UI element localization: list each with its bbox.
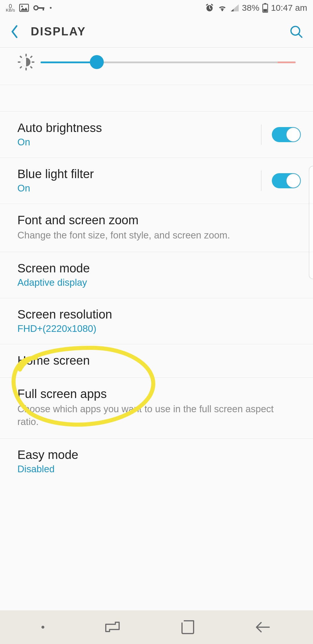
svg-rect-4 — [43, 7, 44, 10]
recents-button[interactable] — [104, 621, 121, 634]
navigation-bar — [0, 610, 313, 644]
settings-content: Auto brightness On Blue light filter On … — [0, 48, 313, 484]
toggle-divider — [261, 171, 261, 191]
alarm-icon — [205, 3, 214, 12]
vpn-key-icon — [33, 4, 46, 11]
row-full-screen-apps[interactable]: Full screen apps Choose which apps you w… — [0, 378, 313, 439]
nav-dot — [41, 626, 44, 629]
svg-line-16 — [30, 66, 32, 68]
svg-point-1 — [21, 6, 23, 7]
row-title: Screen mode — [17, 261, 296, 275]
row-font-zoom[interactable]: Font and screen zoom Change the font siz… — [0, 204, 313, 252]
row-subtitle: Adaptive display — [17, 277, 296, 288]
row-screen-resolution[interactable]: Screen resolution FHD+(644x313) — [0, 298, 313, 344]
blue-light-toggle[interactable] — [272, 173, 301, 188]
svg-line-17 — [20, 66, 22, 68]
row-title: Font and screen zoom — [17, 213, 296, 227]
brightness-slider[interactable] — [41, 59, 296, 65]
row-subtitle: On — [17, 183, 296, 194]
brightness-row — [0, 48, 313, 85]
row-title: Home screen — [17, 354, 296, 368]
section-divider — [0, 85, 313, 111]
home-button[interactable] — [181, 620, 195, 635]
page-title: DISPLAY — [23, 25, 287, 38]
dot-icon — [50, 7, 52, 9]
row-auto-brightness[interactable]: Auto brightness On — [0, 111, 313, 158]
svg-rect-8 — [263, 9, 267, 12]
row-subtitle: Disabled — [17, 464, 296, 475]
row-screen-mode[interactable]: Screen mode Adaptive display — [0, 252, 313, 298]
brightness-icon — [17, 53, 41, 71]
clock-text: 10:47 am — [271, 3, 307, 13]
app-bar: DISPLAY — [0, 16, 313, 48]
row-title: Full screen apps — [17, 387, 296, 401]
wifi-icon — [217, 4, 228, 12]
back-nav-button[interactable] — [254, 621, 272, 634]
row-subtitle: Choose which apps you want to use in the… — [17, 403, 296, 428]
row-easy-mode[interactable]: Easy mode Disabled — [0, 439, 313, 484]
battery-percent: 38% — [242, 3, 259, 13]
svg-line-18 — [30, 56, 32, 58]
search-button[interactable] — [287, 25, 305, 39]
data-speed-indicator: 0 KB/s — [6, 4, 15, 12]
row-subtitle: On — [17, 137, 296, 148]
row-title: Blue light filter — [17, 167, 296, 181]
signal-icon — [230, 4, 239, 12]
status-bar: 0 KB/s 38% 10:47 am — [0, 0, 313, 16]
row-blue-light-filter[interactable]: Blue light filter On — [0, 158, 313, 204]
svg-rect-7 — [264, 3, 266, 4]
row-title: Screen resolution — [17, 307, 296, 321]
battery-icon — [262, 3, 268, 13]
back-button[interactable] — [6, 25, 23, 39]
image-icon — [19, 4, 29, 12]
toggle-divider — [261, 124, 261, 145]
row-subtitle: Change the font size, font style, and sc… — [17, 229, 296, 242]
svg-point-2 — [34, 6, 38, 10]
svg-line-15 — [20, 56, 22, 58]
svg-point-9 — [291, 26, 300, 35]
scroll-indicator — [309, 166, 313, 279]
row-title: Easy mode — [17, 448, 296, 462]
row-subtitle: FHD+(644x313) — [17, 323, 296, 334]
row-title: Auto brightness — [17, 121, 296, 135]
row-home-screen[interactable]: Home screen — [0, 344, 313, 378]
auto-brightness-toggle[interactable] — [272, 127, 301, 142]
